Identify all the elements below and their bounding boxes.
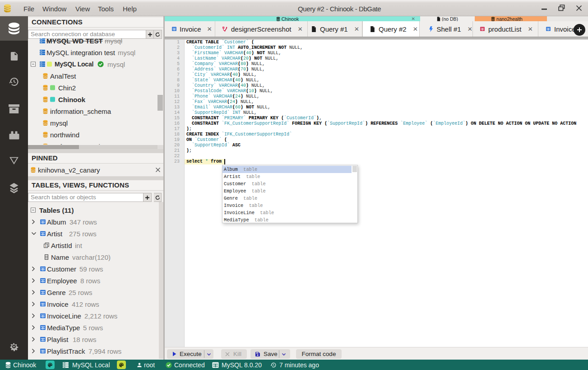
svg-text:1: 1 bbox=[45, 244, 47, 248]
